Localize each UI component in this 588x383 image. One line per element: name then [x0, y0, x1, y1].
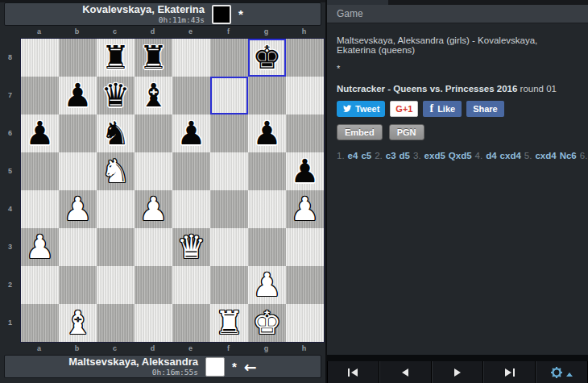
- next-move-button[interactable]: [432, 361, 484, 383]
- square-d2[interactable]: [135, 266, 172, 304]
- white-pawn-piece[interactable]: ♟: [59, 190, 97, 228]
- last-move-button[interactable]: [483, 361, 536, 383]
- square-g6[interactable]: ♟: [248, 114, 286, 152]
- square-d4[interactable]: ♟: [135, 190, 172, 228]
- square-c1[interactable]: [97, 304, 135, 342]
- square-f3[interactable]: [210, 228, 248, 266]
- square-g3[interactable]: [248, 228, 286, 266]
- white-pawn-piece[interactable]: ♟: [248, 266, 286, 304]
- square-g1[interactable]: ♚: [248, 304, 286, 342]
- white-rook-piece[interactable]: ♜: [210, 304, 248, 342]
- square-a2[interactable]: [21, 266, 59, 304]
- move-c5[interactable]: c5: [361, 151, 371, 160]
- white-pawn-piece[interactable]: ♟: [135, 190, 172, 228]
- square-c2[interactable]: [97, 266, 135, 304]
- square-h2[interactable]: [286, 266, 324, 304]
- move-cxd4[interactable]: cxd4: [500, 151, 521, 160]
- white-king-piece[interactable]: ♚: [248, 304, 286, 342]
- white-queen-piece[interactable]: ♛: [172, 228, 210, 266]
- square-g2[interactable]: ♟: [248, 266, 286, 304]
- square-f1[interactable]: ♜: [210, 304, 248, 342]
- square-a1[interactable]: [21, 304, 59, 342]
- black-knight-piece[interactable]: ♞: [97, 114, 135, 152]
- white-bishop-piece[interactable]: ♝: [59, 304, 97, 342]
- square-h6[interactable]: [286, 114, 324, 152]
- black-pawn-piece[interactable]: ♟: [248, 114, 286, 152]
- square-c7[interactable]: ♛: [97, 77, 135, 114]
- square-d6[interactable]: [135, 114, 172, 152]
- facebook-share-button[interactable]: Share: [466, 101, 504, 117]
- black-queen-piece[interactable]: ♛: [97, 77, 135, 114]
- square-f4[interactable]: [210, 190, 248, 228]
- square-h3[interactable]: [286, 228, 324, 266]
- settings-button[interactable]: [536, 361, 588, 383]
- square-e1[interactable]: [172, 304, 210, 342]
- white-pawn-piece[interactable]: ♟: [21, 228, 59, 266]
- square-a8[interactable]: [21, 39, 59, 77]
- square-d1[interactable]: [135, 304, 172, 342]
- square-f6[interactable]: [210, 114, 248, 152]
- tweet-button[interactable]: Tweet: [337, 101, 385, 117]
- gplus-button[interactable]: G+1: [390, 101, 418, 117]
- square-e3[interactable]: ♛: [172, 228, 210, 266]
- square-h8[interactable]: [286, 39, 324, 77]
- previous-move-button[interactable]: [379, 361, 432, 383]
- embed-button[interactable]: Embed: [337, 124, 383, 140]
- move-cxd4[interactable]: cxd4: [535, 151, 556, 160]
- square-f5[interactable]: [210, 152, 248, 190]
- square-b6[interactable]: [59, 114, 97, 152]
- square-c4[interactable]: [97, 190, 135, 228]
- square-b1[interactable]: ♝: [59, 304, 97, 342]
- square-b7[interactable]: ♟: [59, 77, 97, 114]
- white-pawn-piece[interactable]: ♟: [286, 190, 324, 228]
- move-d4[interactable]: d4: [486, 151, 496, 160]
- square-f7[interactable]: [210, 77, 248, 114]
- square-d3[interactable]: [135, 228, 172, 266]
- black-rook-piece[interactable]: ♜: [97, 39, 135, 77]
- black-pawn-piece[interactable]: ♟: [286, 152, 324, 190]
- square-b4[interactable]: ♟: [59, 190, 97, 228]
- square-c5[interactable]: ♞: [97, 152, 135, 190]
- first-move-button[interactable]: [327, 361, 379, 383]
- square-b3[interactable]: [59, 228, 97, 266]
- move-d5[interactable]: d5: [400, 151, 410, 160]
- square-g5[interactable]: [248, 152, 286, 190]
- square-a5[interactable]: [21, 152, 59, 190]
- square-g4[interactable]: [248, 190, 286, 228]
- pgn-button[interactable]: PGN: [389, 124, 424, 140]
- square-a7[interactable]: [21, 77, 59, 114]
- square-a6[interactable]: ♟: [21, 114, 59, 152]
- white-knight-piece[interactable]: ♞: [97, 152, 135, 190]
- black-pawn-piece[interactable]: ♟: [172, 114, 210, 152]
- square-e4[interactable]: [172, 190, 210, 228]
- black-pawn-piece[interactable]: ♟: [21, 114, 59, 152]
- move-e4[interactable]: e4: [348, 151, 358, 160]
- square-c3[interactable]: [97, 228, 135, 266]
- black-rook-piece[interactable]: ♜: [135, 39, 172, 77]
- square-e8[interactable]: [172, 39, 210, 77]
- square-g8[interactable]: ♚: [248, 39, 286, 77]
- square-h1[interactable]: [286, 304, 324, 342]
- square-d7[interactable]: ♝: [135, 77, 172, 114]
- square-f2[interactable]: [210, 266, 248, 304]
- square-f8[interactable]: [210, 39, 248, 77]
- square-a3[interactable]: ♟: [21, 228, 59, 266]
- move-Nc6[interactable]: Nc6: [560, 151, 577, 160]
- move-exd5[interactable]: exd5: [424, 151, 445, 160]
- square-d8[interactable]: ♜: [135, 39, 172, 77]
- square-e5[interactable]: [172, 152, 210, 190]
- black-king-piece[interactable]: ♚: [248, 39, 286, 77]
- square-c8[interactable]: ♜: [97, 39, 135, 77]
- square-d5[interactable]: [135, 152, 172, 190]
- square-h5[interactable]: ♟: [286, 152, 324, 190]
- move-Qxd5[interactable]: Qxd5: [449, 151, 472, 160]
- square-b5[interactable]: [59, 152, 97, 190]
- square-h7[interactable]: [286, 77, 324, 114]
- black-pawn-piece[interactable]: ♟: [59, 77, 97, 114]
- black-bishop-piece[interactable]: ♝: [135, 77, 172, 114]
- square-e7[interactable]: [172, 77, 210, 114]
- square-h4[interactable]: ♟: [286, 190, 324, 228]
- square-g7[interactable]: [248, 77, 286, 114]
- facebook-like-button[interactable]: f Like: [423, 101, 462, 117]
- square-e6[interactable]: ♟: [172, 114, 210, 152]
